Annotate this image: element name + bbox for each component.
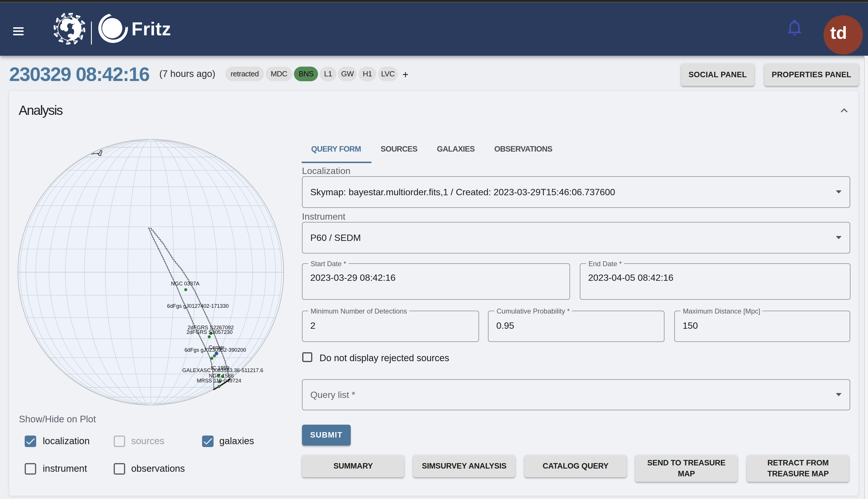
svg-text:MRSS 119-049724: MRSS 119-049724: [197, 378, 241, 384]
svg-text:6dFgs gJ0230952-390200: 6dFgs gJ0230952-390200: [185, 347, 246, 353]
svg-text:NGC 0337A: NGC 0337A: [171, 280, 200, 287]
svg-text:6dFgs gJ0127402-171330: 6dFgs gJ0127402-171330: [167, 303, 229, 309]
svg-text:2dFGRS S3057230: 2dFGRS S3057230: [187, 329, 233, 335]
svg-text:IC 1959: IC 1959: [211, 365, 230, 371]
